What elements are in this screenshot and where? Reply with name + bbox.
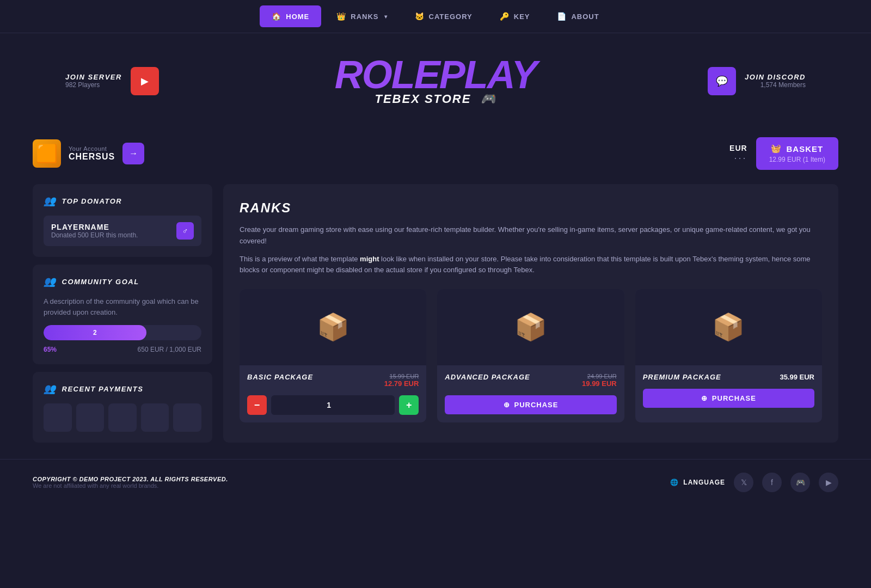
- top-donator-card: 👥 TOP DONATOR PLAYERNAME Donated 500 EUR…: [33, 184, 212, 257]
- package-premium-image: 📦: [635, 289, 822, 365]
- basket-amount: 12.99 EUR (1 Item): [769, 156, 825, 163]
- progress-amounts: 650 EUR / 1,000 EUR: [138, 346, 201, 353]
- package-basic-info: BASIC PACKAGE 15.99 EUR 12.79 EUR − +: [240, 365, 426, 422]
- package-advanced-prices: 24.99 EUR 19.99 EUR: [582, 373, 617, 388]
- discord-icon: 💬: [716, 75, 728, 87]
- currency-dots: ···: [729, 152, 747, 164]
- navbar: 🏠 HOME 👑 RANKS ▾ 🐱 CATEGORY 🔑 KEY 📄 ABOU…: [0, 0, 871, 33]
- donator-profile-button[interactable]: ♂: [176, 222, 194, 240]
- facebook-button[interactable]: f: [762, 473, 782, 492]
- nav-label-ranks: RANKS: [351, 13, 378, 21]
- package-basic-name: BASIC PACKAGE: [247, 373, 313, 381]
- package-premium-info: PREMIUM PACKAGE 35.99 EUR ⊕ PURCHASE: [635, 365, 822, 415]
- join-server-text: JOIN SERVER 982 Players: [65, 73, 122, 89]
- progress-bar: 2: [44, 325, 201, 340]
- package-premium-price: 35.99 EUR: [780, 373, 814, 381]
- basket-button[interactable]: 🧺 BASKET 12.99 EUR (1 Item): [756, 137, 838, 170]
- language-button[interactable]: 🌐 LANGUAGE: [670, 479, 725, 486]
- purchase-premium-button[interactable]: ⊕ PURCHASE: [643, 389, 814, 408]
- package-advanced-info: ADVANCED PACKAGE 24.99 EUR 19.99 EUR ⊕ P…: [437, 365, 624, 422]
- top-donator-title: 👥 TOP DONATOR: [44, 195, 201, 207]
- plus-icon: ⊕: [701, 394, 708, 402]
- key-icon: 🔑: [500, 12, 510, 21]
- hero-section: JOIN SERVER 982 Players ▶ ROLEPLAY TEBEX…: [0, 33, 871, 128]
- package-advanced-name: ADVANCED PACKAGE: [445, 373, 530, 381]
- package-premium-prices: 35.99 EUR: [780, 373, 814, 381]
- language-label: LANGUAGE: [683, 479, 725, 486]
- nav-label-category: CATEGORY: [429, 13, 473, 21]
- account-bar: 🟧 Your Account CHERSUS → EUR ··· 🧺 BASKE…: [0, 128, 871, 179]
- account-label: Your Account: [69, 145, 115, 152]
- nav-item-category[interactable]: 🐱 CATEGORY: [403, 5, 484, 27]
- qty-plus-button[interactable]: +: [399, 395, 419, 415]
- logo-main-text: ROLEPLAY: [207, 55, 664, 94]
- community-goal-card: 👥 COMMUNITY GOAL A description of the co…: [33, 265, 212, 364]
- content-title: RANKS: [240, 200, 822, 216]
- nav-item-about[interactable]: 📄 ABOUT: [545, 5, 611, 27]
- basket-label: BASKET: [786, 144, 823, 154]
- payment-avatar-1: [44, 403, 72, 432]
- currency-label: EUR: [729, 144, 747, 152]
- package-advanced-header: ADVANCED PACKAGE 24.99 EUR 19.99 EUR: [445, 373, 616, 388]
- donator-info: PLAYERNAME Donated 500 EUR this month.: [51, 223, 138, 239]
- nav-item-key[interactable]: 🔑 KEY: [488, 5, 542, 27]
- qty-input[interactable]: [271, 395, 395, 415]
- footer-right: 🌐 LANGUAGE 𝕏 f 🎮 ▶: [670, 473, 838, 492]
- account-left: 🟧 Your Account CHERSUS →: [33, 139, 144, 168]
- footer-left: COPYRIGHT © DEMO PROJECT 2023. ALL RIGHT…: [33, 476, 228, 489]
- package-basic-prices: 15.99 EUR 12.79 EUR: [384, 373, 419, 388]
- join-discord-text: JOIN DISCORD 1,574 Members: [745, 73, 806, 89]
- avatar: 🟧: [33, 139, 61, 168]
- community-desc: A description of the community goal whic…: [44, 296, 201, 317]
- package-basic-old-price: 15.99 EUR: [384, 373, 419, 379]
- category-icon: 🐱: [415, 12, 425, 21]
- twitter-icon: 𝕏: [741, 478, 747, 487]
- join-server-button[interactable]: ▶: [131, 67, 159, 95]
- logo-sub-text: TEBEX STORE 🎮: [207, 90, 664, 107]
- about-icon: 📄: [557, 12, 567, 21]
- package-advanced-old-price: 24.99 EUR: [582, 373, 617, 379]
- twitch-icon: 🎮: [796, 478, 805, 487]
- sidebar: 👥 TOP DONATOR PLAYERNAME Donated 500 EUR…: [33, 184, 212, 443]
- logout-button[interactable]: →: [122, 143, 144, 164]
- join-discord-button[interactable]: 💬: [708, 67, 736, 95]
- ranks-icon: 👑: [336, 12, 346, 21]
- package-basic-header: BASIC PACKAGE 15.99 EUR 12.79 EUR: [247, 373, 419, 388]
- desc2-bold: might: [360, 255, 379, 263]
- payment-avatar-3: [108, 403, 137, 432]
- purchase-advanced-button[interactable]: ⊕ PURCHASE: [445, 395, 616, 414]
- footer-copyright: COPYRIGHT © DEMO PROJECT 2023. ALL RIGHT…: [33, 476, 228, 482]
- package-icon: 📦: [317, 312, 349, 342]
- home-icon: 🏠: [272, 12, 281, 21]
- youtube-icon: ▶: [826, 478, 832, 487]
- nav-item-home[interactable]: 🏠 HOME: [260, 5, 321, 27]
- users-icon: 👥: [44, 195, 57, 207]
- desc2-before: This is a preview of what the template: [240, 255, 360, 263]
- qty-minus-button[interactable]: −: [247, 395, 267, 415]
- package-advanced-new-price: 19.99 EUR: [582, 379, 617, 388]
- account-name: CHERSUS: [69, 152, 115, 162]
- donator-row: PLAYERNAME Donated 500 EUR this month. ♂: [44, 216, 201, 246]
- packages-grid: 📦 BASIC PACKAGE 15.99 EUR 12.79 EUR − +: [240, 289, 822, 422]
- join-discord-label: JOIN DISCORD: [745, 73, 806, 81]
- basket-icon: 🧺: [771, 144, 782, 154]
- package-advanced: 📦 ADVANCED PACKAGE 24.99 EUR 19.99 EUR ⊕…: [437, 289, 624, 422]
- youtube-button[interactable]: ▶: [819, 473, 838, 492]
- twitter-button[interactable]: 𝕏: [734, 473, 753, 492]
- nav-item-ranks[interactable]: 👑 RANKS ▾: [324, 5, 399, 27]
- footer: COPYRIGHT © DEMO PROJECT 2023. ALL RIGHT…: [0, 459, 871, 505]
- logout-icon: →: [129, 149, 138, 158]
- join-server-label: JOIN SERVER: [65, 73, 122, 81]
- nav-label-home: HOME: [286, 13, 309, 21]
- person-icon: ♂: [182, 226, 188, 235]
- content-desc-2: This is a preview of what the template m…: [240, 254, 822, 277]
- twitch-button[interactable]: 🎮: [790, 473, 810, 492]
- package-icon: 📦: [712, 312, 745, 342]
- package-advanced-image: 📦: [437, 289, 624, 365]
- progress-bar-fill: 2: [44, 325, 146, 340]
- package-icon: 📦: [514, 312, 547, 342]
- join-server-players: 982 Players: [65, 81, 122, 89]
- content-desc-1: Create your dream gaming store with ease…: [240, 224, 822, 247]
- payments-row: [44, 403, 201, 432]
- nav-label-key: KEY: [514, 13, 530, 21]
